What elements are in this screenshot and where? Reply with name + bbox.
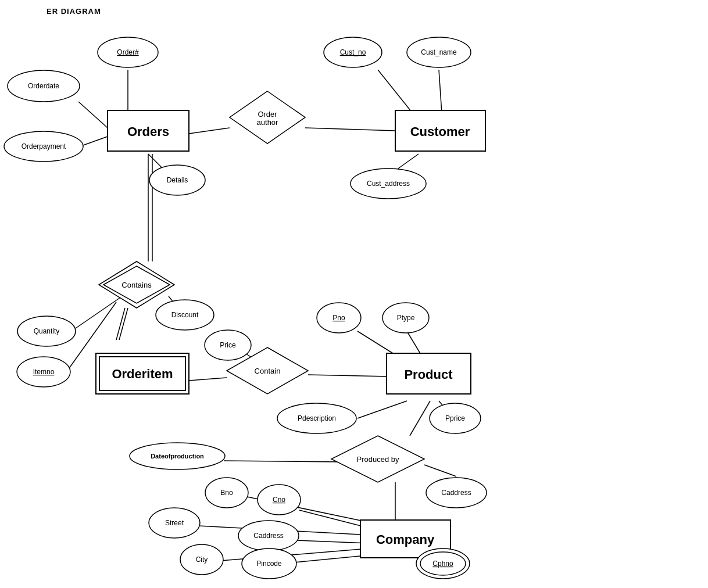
svg-line-6 [378,70,413,113]
attr-cust-address-label: Cust_address [367,180,410,188]
rel-contains-label: Contains [121,281,152,289]
svg-line-8 [398,154,419,168]
attr-dateofproduction-label: Dateofproduction [151,453,204,460]
attr-order-hash-label: Order# [117,48,139,56]
entity-orders-label: Orders [127,124,169,139]
attr-price-label: Price [220,341,236,349]
svg-line-16 [189,378,227,381]
attr-itemno-label: Itemno [33,368,55,376]
attr-cust-no-label: Cust_no [340,48,366,56]
diagram-svg: Orders Customer Orderitem Product Compan… [0,0,708,588]
entity-product-label: Product [404,367,453,382]
svg-line-29 [296,540,369,543]
rel-order-author-label: Order [258,110,277,119]
svg-line-4 [189,128,230,134]
rel-contain-label: Contain [255,367,281,375]
attr-cno-label: Cno [273,496,285,504]
attr-caddress-top-label: Caddress [441,489,471,497]
entity-customer-label: Customer [410,124,470,139]
attr-cphno-label: Cphno [432,560,453,568]
attr-bno-label: Bno [220,489,233,497]
attr-street-label: Street [165,519,184,527]
svg-line-25 [224,461,343,462]
attr-discount-label: Discount [171,311,199,319]
attr-pincode-label: Pincode [256,560,282,568]
attr-pprice-label: Pprice [445,414,465,422]
svg-line-21 [357,401,407,418]
svg-line-2 [83,137,108,145]
attr-ptype-label: Ptype [397,314,415,322]
attr-orderdate-label: Orderdate [28,82,59,90]
svg-line-14 [76,296,122,328]
attr-details-label: Details [167,176,188,184]
entity-company-label: Company [376,532,435,547]
svg-line-0 [78,102,108,128]
attr-pdescription-label: Pdescription [298,414,336,422]
er-diagram: ER DIAGRAM [0,0,708,588]
attr-caddress-bottom-label: Caddress [253,532,283,540]
svg-line-26 [424,465,456,476]
attr-orderpayment-label: Orderpayment [22,142,66,150]
rel-order-author-label2: author [257,118,279,127]
attr-cust-name-label: Cust_name [421,48,457,56]
rel-produced-by-label: Produced by [357,455,399,464]
svg-line-7 [439,70,442,113]
svg-line-18 [308,375,389,377]
svg-line-5 [305,128,395,131]
attr-pno-label: Pno [332,314,345,322]
attr-city-label: City [196,555,208,564]
svg-line-23 [410,401,430,436]
attr-quantity-label: Quantity [34,327,60,335]
entity-orderitem-label: Orderitem [112,367,173,381]
